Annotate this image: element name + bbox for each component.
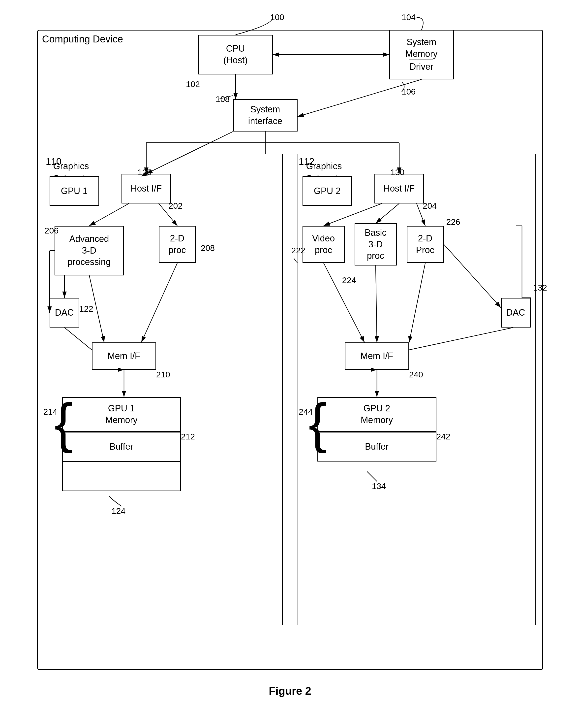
graphics-subsystem-right-box <box>298 154 535 625</box>
twod2-box: 2-DProc <box>407 226 444 263</box>
figure-caption-text: Figure 2 <box>269 685 311 697</box>
gpu2-box: GPU 2 <box>303 176 352 206</box>
brace-left-2: { <box>309 396 327 450</box>
ref-202: 202 <box>169 201 183 211</box>
ref-104: 104 <box>402 12 416 22</box>
buffer2-box: Buffer <box>317 432 436 462</box>
ref-130: 130 <box>391 167 405 177</box>
ref-122: 122 <box>79 304 93 314</box>
twod2-label: 2-DProc <box>416 233 434 256</box>
page: 100 104 Computing Device CPU(Host) 102 S… <box>0 0 580 728</box>
ref-226: 226 <box>446 217 461 227</box>
adv3d-label: Advanced3-Dprocessing <box>67 233 111 268</box>
dac1-box: DAC <box>50 298 79 328</box>
host-if2-box: Host I/F <box>375 174 424 204</box>
gpu1-box: GPU 1 <box>50 176 99 206</box>
host-if1-label: Host I/F <box>131 183 162 194</box>
smd-label: SystemMemoryDriver <box>405 36 437 73</box>
ref-240: 240 <box>409 370 423 380</box>
gpu1-memory-label: GPU 1Memory <box>105 403 137 426</box>
buffer1-label: Buffer <box>110 441 133 452</box>
host-if2-label: Host I/F <box>383 183 415 194</box>
dac2-label: DAC <box>506 307 525 319</box>
memif2-box: Mem I/F <box>345 342 409 370</box>
ref-224: 224 <box>342 276 356 285</box>
ref-124: 124 <box>112 506 126 516</box>
gpu2-label: GPU 2 <box>314 185 340 197</box>
cpu-label: CPU(Host) <box>223 43 248 66</box>
ref-222: 222 <box>292 245 305 255</box>
basic3d-box: Basic3-Dproc <box>355 223 397 265</box>
system-interface-box: Systeminterface <box>233 99 298 131</box>
ref-212: 212 <box>181 432 195 441</box>
graphics-subsystem-left-box <box>45 154 283 625</box>
computing-device-label: Computing Device <box>42 33 123 45</box>
dac1-label: DAC <box>55 307 74 319</box>
ref-134: 134 <box>372 482 386 491</box>
cpu-box: CPU(Host) <box>198 35 273 74</box>
figure-container: 100 104 Computing Device CPU(Host) 102 S… <box>30 10 551 705</box>
adv3d-box: Advanced3-Dprocessing <box>55 226 124 276</box>
twod1-label: 2-Dproc <box>168 233 186 256</box>
ref-120: 120 <box>138 167 152 177</box>
ref-102: 102 <box>186 79 200 89</box>
gpu2-memory-label: GPU 2Memory <box>361 403 393 426</box>
gpu1-memory-box: GPU 1Memory <box>62 397 181 432</box>
ref-242: 242 <box>436 432 450 441</box>
buffer1-box: Buffer <box>62 432 181 462</box>
system-memory-driver-box: SystemMemoryDriver <box>389 30 454 79</box>
ref-108: 108 <box>216 94 230 104</box>
system-interface-label: Systeminterface <box>248 104 282 127</box>
ref-132: 132 <box>533 283 547 292</box>
host-if1-box: Host I/F <box>121 174 171 204</box>
basic3d-label: Basic3-Dproc <box>364 227 386 262</box>
ref-206: 206 <box>45 226 59 235</box>
buffer2-label: Buffer <box>365 441 389 452</box>
memif2-label: Mem I/F <box>361 350 393 362</box>
figure-caption: Figure 2 <box>30 685 551 697</box>
ref-208: 208 <box>201 243 215 253</box>
dac2-box: DAC <box>501 298 531 328</box>
memif1-label: Mem I/F <box>108 350 140 362</box>
brace-left-1: { <box>55 396 73 450</box>
videoproc-box: Videoproc <box>303 226 345 263</box>
gpu2-memory-box: GPU 2Memory <box>317 397 436 432</box>
memif1-box: Mem I/F <box>92 342 156 370</box>
gpu1-label: GPU 1 <box>61 185 87 197</box>
ref-106: 106 <box>402 87 416 97</box>
ref-100: 100 <box>270 12 284 22</box>
twod1-box: 2-Dproc <box>159 226 196 263</box>
ref-204: 204 <box>423 201 437 211</box>
extra1-box <box>62 462 181 491</box>
videoproc-label: Videoproc <box>312 233 335 256</box>
ref-210: 210 <box>156 370 170 380</box>
